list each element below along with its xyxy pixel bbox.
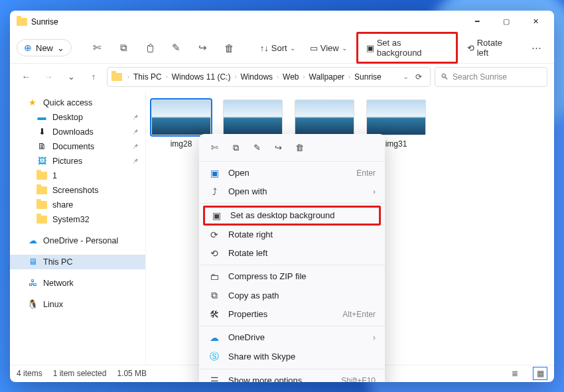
refresh-button[interactable]: ⟳ xyxy=(411,72,426,82)
divider xyxy=(199,203,385,204)
status-item-count: 4 items xyxy=(17,369,42,378)
cut-icon[interactable]: ✄ xyxy=(208,142,220,154)
delete-icon[interactable]: 🗑︎ xyxy=(293,142,305,154)
context-show-more[interactable]: ☰Show more optionsShift+F10 xyxy=(199,371,385,382)
pin-icon: 📌︎ xyxy=(132,157,139,164)
sidebar-item-onedrive[interactable]: ☁OneDrive - Personal xyxy=(10,233,145,248)
context-copy-as-path[interactable]: ⧉Copy as path xyxy=(199,286,385,305)
sidebar-item-system32[interactable]: System32 xyxy=(10,212,145,227)
minimize-button[interactable]: ━ xyxy=(462,13,492,31)
breadcrumb-item[interactable]: Windows 11 (C:) xyxy=(171,72,232,82)
breadcrumb-item[interactable]: This PC xyxy=(132,72,163,82)
search-input[interactable]: 🔍︎ Search Sunrise xyxy=(435,67,547,87)
window-title: Sunrise xyxy=(31,17,58,27)
image-thumbnail xyxy=(295,99,354,135)
desktop-icon: ▣ xyxy=(210,210,222,221)
file-grid[interactable]: img28 img31 ✄ ⧉ ✎ ↪ 🗑︎ ▣OpenEnter ⤴Open … xyxy=(146,90,554,365)
sidebar-item-label: share xyxy=(52,200,73,210)
context-label: Set as desktop background xyxy=(230,210,335,220)
context-label: Rotate left xyxy=(228,248,267,258)
copy-icon[interactable]: ⧉ xyxy=(230,142,242,154)
share-button[interactable]: ↪ xyxy=(192,36,214,59)
context-compress-zip[interactable]: 🗀Compress to ZIP file xyxy=(199,267,385,286)
chevron-down-icon: ⌄ xyxy=(342,44,347,52)
sidebar-item-documents[interactable]: 🗎Documents📌︎ xyxy=(10,139,145,154)
more-button[interactable]: ⋯ xyxy=(525,36,547,59)
maximize-button[interactable]: ▢ xyxy=(492,13,521,31)
context-rotate-right[interactable]: ⟳Rotate right xyxy=(199,226,385,244)
breadcrumb-item[interactable]: Windows xyxy=(239,72,274,82)
address-bar[interactable]: › This PC › Windows 11 (C:) › Windows › … xyxy=(107,67,431,87)
context-label: Copy as path xyxy=(228,291,279,300)
search-icon: 🔍︎ xyxy=(441,72,449,82)
sidebar-item-label: Documents xyxy=(52,142,94,151)
pin-icon: 📌︎ xyxy=(132,143,139,150)
divider xyxy=(199,369,385,369)
back-button[interactable]: ← xyxy=(17,68,35,86)
up-button[interactable]: ↑ xyxy=(84,68,103,86)
breadcrumb-item[interactable]: Wallpaper xyxy=(308,72,346,82)
sidebar-item-network[interactable]: 🖧Network xyxy=(10,276,145,291)
thumbnails-view-button[interactable]: ▦ xyxy=(533,367,547,380)
sidebar: ★Quick access ▬Desktop📌︎ ⬇Downloads📌︎ 🗎D… xyxy=(10,90,146,365)
sidebar-item-label: Network xyxy=(43,279,74,288)
rotate-left-button[interactable]: ⟲ Rotate left xyxy=(462,35,522,60)
share-icon[interactable]: ↪ xyxy=(272,142,284,154)
shortcut: Alt+Enter xyxy=(342,310,376,319)
new-button[interactable]: ⊕ New ⌄ xyxy=(17,39,72,56)
sort-button[interactable]: ↑↓ Sort ⌄ xyxy=(255,40,301,56)
close-button[interactable]: ✕ xyxy=(521,13,550,31)
new-label: New xyxy=(36,43,53,53)
context-share-skype[interactable]: ⓈShare with Skype xyxy=(199,347,385,367)
view-button[interactable]: ▭ View ⌄ xyxy=(305,40,352,56)
sidebar-item-folder-1[interactable]: 1 xyxy=(10,168,145,183)
status-size: 1.05 MB xyxy=(117,369,147,378)
chevron-right-icon: › xyxy=(373,187,376,196)
image-thumbnail xyxy=(151,99,211,135)
sidebar-item-quick-access[interactable]: ★Quick access xyxy=(10,96,145,110)
forward-button[interactable]: → xyxy=(39,68,58,86)
chevron-down-icon[interactable]: ⌄ xyxy=(403,72,409,81)
context-set-desktop-background[interactable]: ▣Set as desktop background xyxy=(203,206,381,226)
sidebar-item-label: 1 xyxy=(52,171,57,180)
chevron-down-icon: ⌄ xyxy=(57,43,64,53)
context-menu: ✄ ⧉ ✎ ↪ 🗑︎ ▣OpenEnter ⤴Open with› ▣Set a… xyxy=(199,134,385,382)
context-open[interactable]: ▣OpenEnter xyxy=(199,164,385,182)
sidebar-item-label: System32 xyxy=(52,215,90,224)
context-open-with[interactable]: ⤴Open with› xyxy=(199,182,385,201)
cloud-icon: ☁ xyxy=(27,235,38,246)
sidebar-item-pictures[interactable]: 🖼︎Pictures📌︎ xyxy=(10,154,145,168)
details-view-button[interactable]: ≣ xyxy=(508,367,522,380)
rotate-left-icon: ⟲ xyxy=(208,248,220,259)
more-icon: ☰ xyxy=(208,375,220,382)
sidebar-item-linux[interactable]: 🐧Linux xyxy=(10,297,145,312)
paste-button[interactable]: 📋︎ xyxy=(139,36,161,59)
sidebar-item-share[interactable]: share xyxy=(10,198,145,212)
sidebar-item-this-pc[interactable]: 🖥︎This PC xyxy=(10,255,145,269)
context-label: Open with xyxy=(228,186,267,196)
skype-icon: Ⓢ xyxy=(208,351,220,363)
rename-icon[interactable]: ✎ xyxy=(251,142,263,154)
breadcrumb-item[interactable]: Sunrise xyxy=(353,72,383,82)
context-rotate-left[interactable]: ⟲Rotate left xyxy=(199,244,385,263)
sidebar-item-desktop[interactable]: ▬Desktop📌︎ xyxy=(10,110,145,125)
copy-button[interactable]: ⧉ xyxy=(113,36,135,59)
rotate-right-icon: ⟳ xyxy=(208,229,220,240)
delete-button[interactable]: 🗑︎ xyxy=(218,36,240,59)
chevron-right-icon: › xyxy=(166,74,168,80)
recent-locations-button[interactable]: ⌄ xyxy=(62,68,80,86)
sidebar-item-screenshots[interactable]: Screenshots xyxy=(10,183,145,198)
sidebar-item-downloads[interactable]: ⬇Downloads📌︎ xyxy=(10,125,145,139)
star-icon: ★ xyxy=(27,98,38,108)
rename-button[interactable]: ✎ xyxy=(165,36,188,59)
context-onedrive[interactable]: ☁OneDrive› xyxy=(199,328,385,347)
set-as-background-button[interactable]: ▣ Set as background xyxy=(361,35,453,60)
sort-icon: ↑↓ xyxy=(260,43,269,53)
file-explorer-window: Sunrise ━ ▢ ✕ ⊕ New ⌄ ✄ ⧉ 📋︎ ✎ ↪ 🗑︎ ↑↓ S… xyxy=(10,11,554,382)
context-properties[interactable]: 🛠︎PropertiesAlt+Enter xyxy=(199,305,385,324)
cut-button[interactable]: ✄ xyxy=(86,36,109,59)
titlebar: Sunrise ━ ▢ ✕ xyxy=(10,11,554,33)
rotate-left-icon: ⟲ xyxy=(467,43,474,53)
breadcrumb-item[interactable]: Web xyxy=(281,72,300,82)
status-selection: 1 item selected xyxy=(53,369,107,378)
